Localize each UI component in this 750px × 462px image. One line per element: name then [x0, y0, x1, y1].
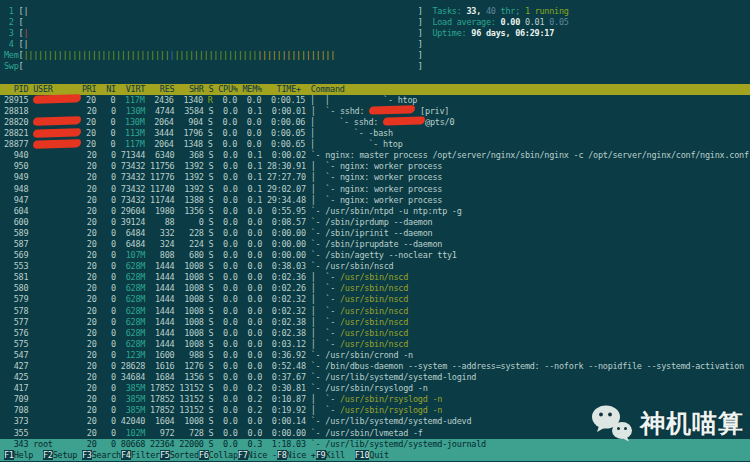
process-row-589[interactable]: 589 20 0 6484 332 228 S 0.0 0.0 0:00.00 …: [0, 228, 750, 239]
process-row-579[interactable]: 579 20 0 628M 1444 1008 S 0.0 0.0 0:02.3…: [0, 294, 750, 305]
process-row-581[interactable]: 581 20 0 628M 1444 1008 S 0.0 0.0 0:02.3…: [0, 272, 750, 283]
fkey-help[interactable]: F1Help: [4, 450, 43, 460]
redaction-scribble: [33, 117, 81, 127]
process-row-577[interactable]: 577 20 0 628M 1444 1008 S 0.0 0.0 0:02.3…: [0, 317, 750, 328]
process-row-28915[interactable]: 28915 20 0 117M 2436 1340 R 0.0 0.0 0:00…: [0, 95, 750, 106]
function-key-bar: F1Help F2Setup F3SearchF4FilterF5SortedF…: [0, 450, 750, 461]
mem-meter: Mem[||||||||||||||||||||||||||||||||||||…: [0, 50, 750, 61]
watermark: 神机喵算: [591, 404, 744, 442]
redaction-scribble: [383, 117, 425, 126]
fkey-setup[interactable]: F2Setup: [43, 450, 82, 460]
cpu1-meter: 1 [| ] Tasks: 33, 40 thr; 1 running: [0, 6, 750, 17]
process-row-578[interactable]: 578 20 0 628M 1444 1008 S 0.0 0.0 0:02.3…: [0, 306, 750, 317]
cpu2-meter: 2 [ ] Load average: 0.00 0.01 0.05: [0, 17, 750, 28]
wechat-chat-bubbles-icon: [591, 404, 633, 442]
process-row-587[interactable]: 587 20 0 6484 324 224 S 0.0 0.0 0:00.00 …: [0, 239, 750, 250]
process-row-417[interactable]: 417 20 0 385M 17852 13152 S 0.0 0.2 0:30…: [0, 383, 750, 394]
process-row-28820[interactable]: 28820 20 0 130M 2064 904 S 0.0 0.0 0:00.…: [0, 117, 750, 128]
process-row-425[interactable]: 425 20 0 34684 1684 1356 S 0.0 0.0 0:37.…: [0, 372, 750, 383]
fkey-search[interactable]: F3Search: [82, 450, 121, 460]
process-row-604[interactable]: 604 20 0 29604 1980 1356 S 0.0 0.0 0:55.…: [0, 206, 750, 217]
cpu4-meter: 4 [| ]: [0, 39, 750, 50]
meter-area: 1 [| ] Tasks: 33, 40 thr; 1 running 2 [: [0, 6, 750, 73]
process-row-576[interactable]: 576 20 0 628M 1444 1008 S 0.0 0.0 0:02.3…: [0, 328, 750, 339]
process-row-940[interactable]: 940 20 0 71344 6340 368 S 0.0 0.1 0:00.0…: [0, 150, 750, 161]
fkey-collap[interactable]: F6Collap: [199, 450, 238, 460]
process-table: 28915 20 0 117M 2436 1340 R 0.0 0.0 0:00…: [0, 95, 750, 450]
process-row-553[interactable]: 553 20 0 628M 1444 1008 S 0.0 0.0 0:38.0…: [0, 261, 750, 272]
watermark-text: 神机喵算: [640, 411, 744, 436]
fkey-nice-[interactable]: F8Nice +: [277, 450, 316, 460]
load-average: Load average: 0.00 0.01 0.05: [423, 17, 569, 27]
table-header[interactable]: PID USER PRI NI VIRT RES SHR S CPU% MEM%…: [0, 84, 750, 95]
process-row-28877[interactable]: 28877 20 0 117M 2064 1348 S 0.0 0.0 0:00…: [0, 139, 750, 150]
swp-meter: Swp[ ]: [0, 61, 750, 72]
redaction-scribble: [33, 128, 81, 138]
redaction-scribble: [33, 139, 81, 149]
process-row-427[interactable]: 427 20 0 28628 1616 1276 S 0.0 0.0 0:52.…: [0, 361, 750, 372]
fkey-quit[interactable]: F10Quit: [355, 450, 399, 460]
uptime: Uptime: 96 days, 06:29:17: [423, 28, 554, 38]
fkey-nice-[interactable]: F7Nice -: [238, 450, 277, 460]
fkey-kill[interactable]: F9Kill: [316, 450, 355, 460]
process-row-949[interactable]: 949 20 0 73432 11776 1392 S 0.0 0.1 27:2…: [0, 172, 750, 183]
process-row-547[interactable]: 547 20 0 123M 1600 988 S 0.0 0.0 0:36.92…: [0, 350, 750, 361]
cpu3-meter: 3 [| ] Uptime: 96 days, 06:29:17: [0, 28, 750, 39]
process-row-947[interactable]: 947 20 0 73432 11744 1388 S 0.0 0.1 29:3…: [0, 195, 750, 206]
process-row-569[interactable]: 569 20 0 107M 808 680 S 0.0 0.0 0:00.00 …: [0, 250, 750, 261]
process-row-950[interactable]: 950 20 0 73432 11756 1392 S 0.0 0.1 28:3…: [0, 161, 750, 172]
process-row-575[interactable]: 575 20 0 628M 1444 1008 S 0.0 0.0 0:03.1…: [0, 339, 750, 350]
process-row-580[interactable]: 580 20 0 628M 1444 1008 S 0.0 0.0 0:02.2…: [0, 283, 750, 294]
blank-line: [0, 73, 750, 84]
process-row-28818[interactable]: 28818 20 0 130M 4744 3584 S 0.0 0.1 0:00…: [0, 106, 750, 117]
process-row-600[interactable]: 600 20 0 39124 88 0 S 0.0 0.0 0:08.57 `-…: [0, 217, 750, 228]
redaction-scribble: [369, 106, 415, 115]
tasks-summary: Tasks: 33, 40 thr; 1 running: [423, 6, 569, 16]
fkey-sorted[interactable]: F5Sorted: [160, 450, 199, 460]
process-row-948[interactable]: 948 20 0 73432 11740 1392 S 0.0 0.1 29:0…: [0, 184, 750, 195]
htop-terminal: 1 [| ] Tasks: 33, 40 thr; 1 running 2 [: [0, 0, 750, 462]
fkey-filter[interactable]: F4Filter: [121, 450, 160, 460]
redaction-scribble: [33, 94, 81, 104]
process-row-28821[interactable]: 28821 20 0 113M 3444 1796 S 0.0 0.0 0:00…: [0, 128, 750, 139]
